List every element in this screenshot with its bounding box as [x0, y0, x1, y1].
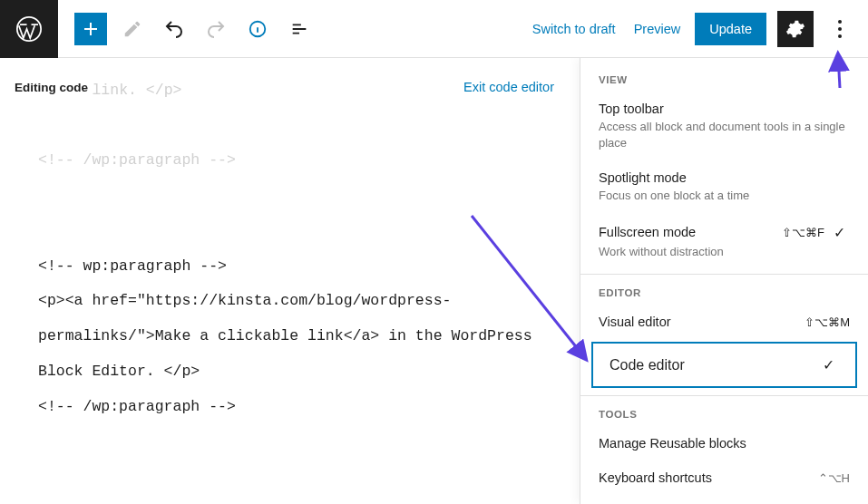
menu-item-title: Spotlight mode — [599, 170, 850, 185]
dot-icon — [838, 20, 842, 24]
menu-item-desc: Focus on one block at a time — [599, 188, 850, 204]
menu-fullscreen-mode[interactable]: Fullscreen mode ⇧⌥⌘F ✓ Work without dist… — [580, 215, 868, 271]
menu-item-desc: Access all block and document tools in a… — [599, 119, 850, 150]
content-area: link. </p> <!-- /wp:paragraph --> <!-- w… — [0, 58, 868, 504]
toolbar-left-group — [58, 13, 316, 45]
plus-icon — [80, 18, 102, 40]
exit-code-editor-button[interactable]: Exit code editor — [463, 80, 554, 94]
code-line: <!-- /wp:paragraph --> — [38, 151, 236, 169]
menu-item-title: Visual editor — [599, 315, 671, 329]
wp-logo[interactable] — [0, 0, 58, 58]
pencil-icon — [122, 19, 142, 39]
menu-item-shortcut: ⌃⌥H — [818, 471, 850, 485]
divider — [580, 395, 868, 396]
menu-item-shortcut: ⇧⌥⌘F — [782, 226, 824, 239]
switch-to-draft-button[interactable]: Switch to draft — [529, 15, 619, 44]
menu-visual-editor[interactable]: Visual editor ⇧⌥⌘M — [580, 305, 868, 340]
gear-icon — [785, 19, 805, 39]
undo-button[interactable] — [158, 13, 190, 45]
code-editor-pane: link. </p> <!-- /wp:paragraph --> <!-- w… — [0, 58, 580, 504]
section-editor-label: EDITOR — [580, 278, 868, 305]
code-line: <!-- wp:paragraph --> — [38, 257, 227, 275]
add-block-button[interactable] — [74, 13, 107, 45]
editing-code-label: Editing code — [15, 81, 88, 94]
check-icon: ✓ — [823, 356, 839, 373]
undo-icon — [163, 18, 185, 40]
menu-item-title: Manage Reusable blocks — [599, 436, 850, 451]
redo-icon — [205, 18, 227, 40]
list-icon — [289, 19, 309, 39]
dot-icon — [838, 27, 842, 31]
redo-button[interactable] — [200, 13, 232, 45]
code-line: <!-- /wp:paragraph --> — [38, 398, 236, 415]
more-options-button[interactable] — [824, 11, 855, 47]
outline-button[interactable] — [283, 13, 316, 45]
menu-manage-reusable[interactable]: Manage Reusable blocks — [580, 427, 868, 461]
check-icon: ✓ — [834, 224, 850, 241]
preview-button[interactable]: Preview — [630, 15, 685, 44]
toolbar-right-group: Switch to draft Preview Update — [529, 11, 868, 47]
code-body[interactable]: link. </p> <!-- /wp:paragraph --> <!-- w… — [22, 58, 558, 504]
top-toolbar: Switch to draft Preview Update — [0, 0, 868, 58]
settings-button[interactable] — [777, 11, 814, 47]
menu-item-title: Top toolbar — [599, 102, 850, 116]
code-header: Editing code Exit code editor — [11, 80, 558, 94]
details-button[interactable] — [241, 13, 274, 45]
section-view-label: VIEW — [580, 65, 868, 92]
menu-keyboard-shortcuts[interactable]: Keyboard shortcuts ⌃⌥H — [580, 461, 868, 496]
edit-mode-button[interactable] — [116, 13, 149, 45]
update-button[interactable]: Update — [695, 13, 766, 45]
dot-icon — [838, 34, 842, 38]
options-dropdown: VIEW Top toolbar Access all block and do… — [580, 58, 868, 504]
menu-item-title: Fullscreen mode — [599, 225, 696, 239]
code-line: <p><a href="https://kinsta.com/blog/word… — [38, 292, 541, 380]
section-tools-label: TOOLS — [580, 400, 868, 427]
menu-item-desc: Work without distraction — [599, 244, 850, 260]
info-icon — [248, 19, 268, 39]
menu-top-toolbar[interactable]: Top toolbar Access all block and documen… — [580, 92, 868, 161]
menu-code-editor[interactable]: Code editor ✓ — [591, 342, 857, 388]
wordpress-icon — [15, 15, 43, 43]
menu-item-title: Code editor — [610, 357, 685, 373]
menu-spotlight-mode[interactable]: Spotlight mode Focus on one block at a t… — [580, 161, 868, 215]
menu-item-shortcut: ⇧⌥⌘M — [805, 315, 850, 329]
divider — [580, 274, 868, 275]
menu-item-title: Keyboard shortcuts — [599, 470, 712, 485]
